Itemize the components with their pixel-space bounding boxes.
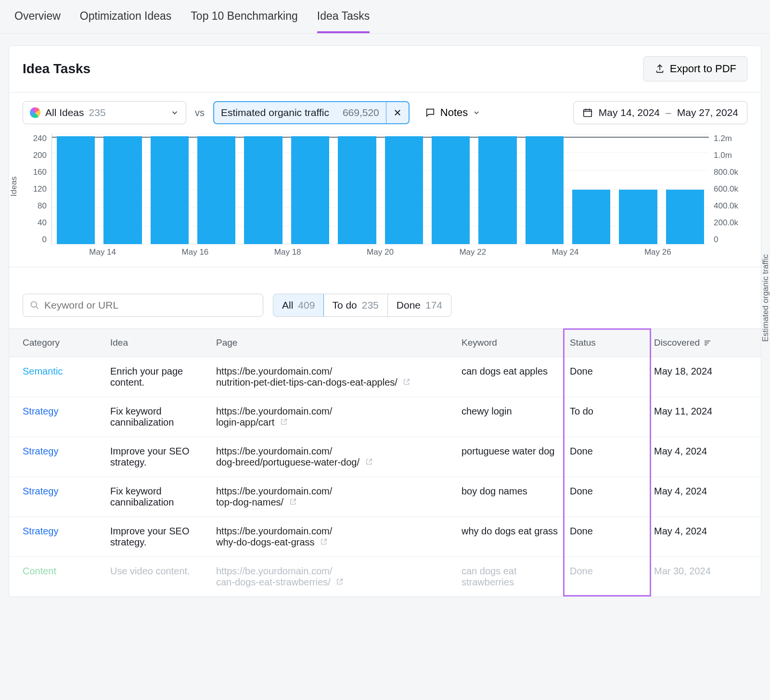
seg-done[interactable]: Done174	[388, 294, 451, 316]
ideas-dropdown[interactable]: All Ideas 235	[23, 101, 186, 124]
x-tick: May 14	[56, 247, 149, 257]
table-body: SemanticEnrich your page content.https:/…	[9, 357, 761, 596]
external-link-icon[interactable]	[365, 457, 373, 467]
metric-label: Estimated organic traffic	[214, 107, 336, 118]
cell-status[interactable]: Done	[565, 477, 649, 517]
table-row[interactable]: StrategyImprove your SEO strategy.https:…	[9, 437, 761, 477]
metric-pill[interactable]: Estimated organic traffic 669,520	[213, 101, 410, 124]
th-keyword[interactable]: Keyword	[457, 329, 565, 357]
date-from: May 14, 2024	[599, 107, 660, 118]
search-input[interactable]	[44, 299, 256, 311]
y-tick-left: 160	[23, 168, 47, 177]
y-tick-left: 200	[23, 151, 47, 160]
filters-row: All409To do235Done174	[9, 267, 761, 328]
y-tick-right: 400.0k	[714, 201, 738, 211]
external-link-icon[interactable]	[289, 497, 297, 507]
cell-page[interactable]: https://be.yourdomain.com/login-app/cart	[211, 397, 457, 437]
idea-tasks-card: Idea Tasks Export to PDF All Ideas 235 v…	[9, 45, 761, 597]
table-row[interactable]: StrategyFix keyword cannibalizationhttps…	[9, 477, 761, 517]
tab-overview[interactable]: Overview	[14, 10, 61, 33]
cell-discovered: May 4, 2024	[649, 437, 755, 477]
export-pdf-button[interactable]: Export to PDF	[643, 56, 747, 81]
cell-category[interactable]: Strategy	[9, 397, 105, 437]
bar[interactable]	[291, 136, 329, 244]
cell-status[interactable]: Done	[565, 357, 649, 397]
table-row[interactable]: SemanticEnrich your page content.https:/…	[9, 357, 761, 397]
th-idea[interactable]: Idea	[105, 329, 211, 357]
date-range-picker[interactable]: May 14, 2024 – May 27, 2024	[573, 101, 747, 124]
cell-category[interactable]: Strategy	[9, 437, 105, 477]
bar[interactable]	[432, 136, 470, 244]
x-tick: May 16	[149, 247, 241, 257]
cell-page[interactable]: https://be.yourdomain.com/why-do-dogs-ea…	[211, 517, 457, 557]
cell-status[interactable]: To do	[565, 397, 649, 437]
th-discovered[interactable]: Discovered	[649, 329, 755, 357]
svg-rect-4	[705, 344, 707, 345]
external-link-icon[interactable]	[336, 577, 344, 587]
ideas-color-icon	[30, 107, 40, 118]
y-tick-left: 40	[23, 218, 47, 228]
notes-button[interactable]: Notes	[418, 101, 487, 124]
bar[interactable]	[619, 190, 657, 244]
y-tick-right: 1.0m	[714, 151, 732, 160]
cell-category[interactable]: Strategy	[9, 477, 105, 517]
table-row[interactable]: StrategyFix keyword cannibalizationhttps…	[9, 397, 761, 437]
bar[interactable]	[151, 136, 189, 244]
bar[interactable]	[526, 136, 564, 244]
plot-area[interactable]	[51, 134, 709, 245]
cell-idea: Use video content.	[105, 557, 211, 596]
metric-close-button[interactable]	[386, 102, 409, 123]
bars	[52, 134, 709, 244]
seg-to-do[interactable]: To do235	[323, 294, 387, 316]
tab-idea-tasks[interactable]: Idea Tasks	[317, 10, 370, 33]
table-row[interactable]: StrategyImprove your SEO strategy.https:…	[9, 517, 761, 557]
external-link-icon[interactable]	[320, 537, 328, 547]
cell-category[interactable]: Semantic	[9, 357, 105, 397]
cell-page[interactable]: https://be.yourdomain.com/nutrition-pet-…	[211, 357, 457, 397]
bar[interactable]	[197, 136, 235, 244]
bar[interactable]	[478, 136, 516, 244]
cell-discovered: May 11, 2024	[649, 397, 755, 437]
x-tick: May 20	[334, 247, 426, 257]
card-header: Idea Tasks Export to PDF	[9, 46, 761, 92]
y-tick-right: 0	[714, 235, 718, 245]
th-category[interactable]: Category	[9, 329, 105, 357]
cell-category[interactable]: Content	[9, 557, 105, 596]
cell-page[interactable]: https://be.yourdomain.com/dog-breed/port…	[211, 437, 457, 477]
top-tabs: Overview Optimization Ideas Top 10 Bench…	[0, 0, 770, 34]
notes-label: Notes	[440, 106, 468, 119]
close-icon	[393, 108, 402, 117]
bar[interactable]	[572, 190, 610, 244]
bar[interactable]	[666, 190, 704, 244]
x-tick: May 18	[242, 247, 334, 257]
cell-keyword: can dogs eat strawberries	[457, 557, 565, 596]
cell-page[interactable]: https://be.yourdomain.com/can-dogs-eat-s…	[211, 557, 457, 596]
th-page[interactable]: Page	[211, 329, 457, 357]
cell-discovered: May 18, 2024	[649, 357, 755, 397]
external-link-icon[interactable]	[280, 417, 288, 428]
cell-status[interactable]: Done	[565, 517, 649, 557]
bar[interactable]	[57, 136, 95, 244]
seg-count: 174	[425, 299, 442, 311]
table-row[interactable]: ContentUse video content.https://be.your…	[9, 557, 761, 596]
seg-all[interactable]: All409	[273, 294, 324, 317]
cell-page[interactable]: https://be.yourdomain.com/top-dog-names/	[211, 477, 457, 517]
search-input-wrap[interactable]	[23, 294, 263, 317]
y-tick-left: 120	[23, 184, 47, 194]
cell-keyword: chewy login	[457, 397, 565, 437]
th-status[interactable]: Status	[565, 329, 649, 357]
cell-status[interactable]: Done	[565, 557, 649, 596]
vs-label: vs	[195, 107, 205, 118]
date-sep: –	[666, 107, 671, 118]
cell-category[interactable]: Strategy	[9, 517, 105, 557]
bar[interactable]	[338, 136, 376, 244]
y-tick-left: 80	[23, 201, 47, 211]
bar[interactable]	[244, 136, 282, 244]
tab-top10-benchmarking[interactable]: Top 10 Benchmarking	[191, 10, 297, 33]
cell-status[interactable]: Done	[565, 437, 649, 477]
bar[interactable]	[103, 136, 141, 244]
tab-optimization-ideas[interactable]: Optimization Ideas	[80, 10, 171, 33]
page-title: Idea Tasks	[23, 61, 90, 77]
bar[interactable]	[385, 136, 423, 244]
external-link-icon[interactable]	[403, 377, 411, 388]
